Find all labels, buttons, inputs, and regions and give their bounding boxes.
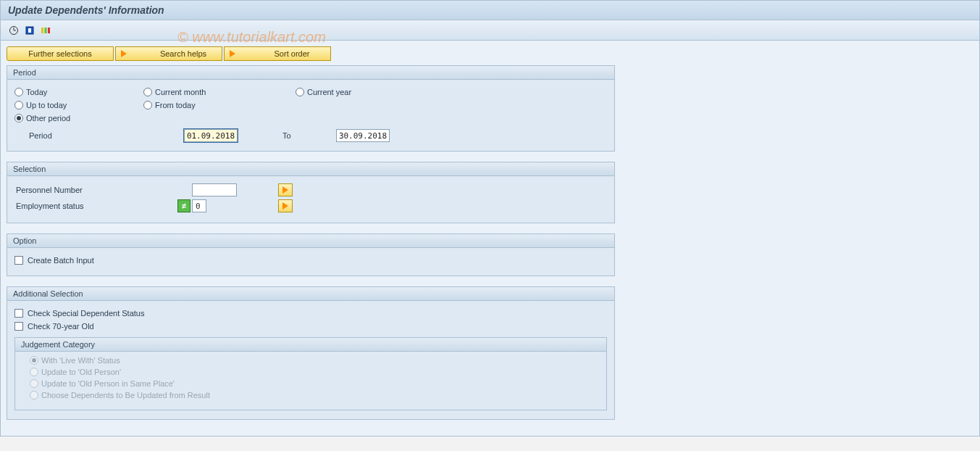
check-70-year-old-checkbox[interactable]: Check 70-year Old (14, 320, 607, 333)
page-title: Update Dependents' Information (8, 4, 164, 16)
radio-with-live-with: With 'Live With' Status (30, 356, 599, 365)
option-group: Option Create Batch Input (7, 233, 615, 276)
employment-status-input[interactable]: 0 (192, 199, 206, 212)
radio-with-live-with-label: With 'Live With' Status (41, 356, 120, 365)
check-special-dependent-label: Check Special Dependent Status (28, 309, 144, 318)
radio-old-person-same-place-label: Update to 'Old Person in Same Place' (41, 379, 175, 388)
top-button-row: Further selections Search helps Sort ord… (7, 46, 973, 61)
radio-today[interactable]: Today (14, 88, 123, 96)
selection-header: Selection (7, 162, 614, 176)
judgement-category-group: Judgement Category With 'Live With' Stat… (14, 337, 607, 410)
period-to-label: To (282, 131, 326, 140)
toolbar (0, 20, 980, 41)
radio-from-today-label: From today (155, 101, 196, 109)
radio-other-period[interactable]: Other period (14, 114, 123, 123)
radio-icon (30, 368, 38, 376)
radio-current-month-label: Current month (155, 88, 206, 96)
personnel-number-label: Personnel Number (14, 186, 177, 194)
period-from-input[interactable]: 01.09.2018 (184, 129, 238, 142)
create-batch-input-label: Create Batch Input (28, 256, 94, 265)
checkbox-icon (14, 309, 23, 318)
arrow-right-icon (282, 202, 288, 210)
radio-icon (30, 379, 38, 388)
title-bar: Update Dependents' Information (0, 0, 980, 20)
radio-icon (296, 88, 304, 96)
svg-rect-7 (48, 28, 50, 33)
radio-current-month[interactable]: Current month (143, 88, 252, 96)
arrow-right-icon (119, 49, 129, 59)
radio-icon (14, 114, 23, 123)
radio-current-year-label: Current year (307, 88, 351, 96)
check-70-year-old-label: Check 70-year Old (28, 322, 94, 331)
radio-old-person-label: Update to 'Old Person' (41, 368, 121, 376)
variant-icon[interactable] (24, 25, 35, 36)
radio-up-to-today[interactable]: Up to today (14, 101, 123, 109)
sort-order-label: Sort order (259, 49, 324, 58)
further-selections-button[interactable]: Further selections (7, 46, 114, 61)
radio-icon (30, 356, 38, 365)
search-helps-button[interactable]: Search helps (115, 46, 222, 61)
sort-order-button[interactable]: Sort order (224, 46, 331, 61)
personnel-multiple-selection-button[interactable] (278, 183, 293, 196)
radio-today-label: Today (26, 88, 47, 96)
main-area: Further selections Search helps Sort ord… (0, 41, 980, 436)
employment-multiple-selection-button[interactable] (278, 199, 293, 212)
period-to-input[interactable]: 30.09.2018 (336, 129, 390, 142)
judgement-header: Judgement Category (15, 338, 606, 352)
period-label: Period (29, 131, 174, 140)
arrow-right-icon (282, 186, 288, 194)
selection-group: Selection Personnel Number Employment st… (7, 162, 615, 223)
search-helps-label: Search helps (151, 49, 216, 58)
radio-icon (14, 101, 23, 109)
period-header: Period (7, 66, 614, 80)
checkbox-icon (14, 256, 23, 265)
svg-rect-4 (28, 28, 31, 33)
arrow-right-icon (227, 49, 238, 59)
execute-icon[interactable] (8, 25, 20, 36)
additional-header: Additional Selection (7, 287, 614, 301)
create-batch-input-checkbox[interactable]: Create Batch Input (14, 254, 607, 267)
radio-icon (143, 101, 152, 109)
personnel-number-input[interactable] (192, 183, 237, 196)
further-selections-label: Further selections (28, 49, 91, 58)
radio-icon (14, 88, 23, 96)
radio-up-to-today-label: Up to today (26, 101, 67, 109)
radio-choose-dependents-label: Choose Dependents to Be Updated from Res… (41, 391, 210, 400)
radio-current-year[interactable]: Current year (296, 88, 404, 96)
radio-old-person: Update to 'Old Person' (30, 368, 599, 376)
additional-selection-group: Additional Selection Check Special Depen… (7, 286, 615, 420)
option-header: Option (7, 234, 614, 248)
svg-rect-5 (41, 28, 43, 33)
radio-choose-dependents: Choose Dependents to Be Updated from Res… (30, 391, 599, 400)
radio-icon (143, 88, 152, 96)
radio-from-today[interactable]: From today (143, 101, 252, 109)
not-equal-icon[interactable]: ≠ (177, 199, 190, 212)
radio-old-person-same-place: Update to 'Old Person in Same Place' (30, 379, 599, 388)
period-group: Period Today Current month Current year (7, 65, 615, 152)
radio-icon (30, 391, 38, 400)
check-special-dependent-checkbox[interactable]: Check Special Dependent Status (14, 307, 607, 320)
svg-rect-6 (45, 28, 47, 33)
radio-other-period-label: Other period (26, 114, 70, 123)
selection-options-icon[interactable] (40, 25, 51, 36)
employment-status-label: Employment status (14, 202, 177, 210)
checkbox-icon (14, 322, 23, 331)
